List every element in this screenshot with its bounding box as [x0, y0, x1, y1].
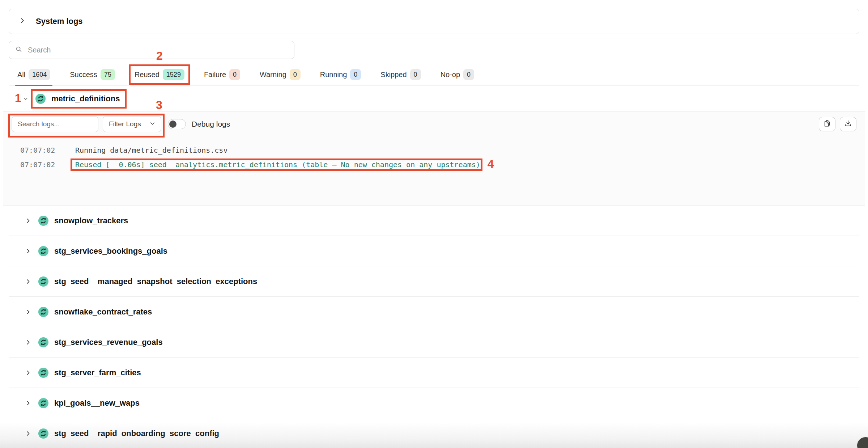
row-content: stg_services_revenue_goals: [38, 337, 163, 347]
row-label: stg_seed__managed_snapshot_selection_exc…: [54, 277, 257, 286]
download-icon: [844, 119, 852, 129]
row-metric-definitions[interactable]: metric_definitions: [9, 86, 859, 111]
tab-label: Skipped: [380, 69, 407, 80]
tab-success[interactable]: Success 75: [70, 69, 115, 80]
chevron-right-icon[interactable]: [25, 279, 31, 284]
chevron-right-icon[interactable]: [25, 309, 31, 315]
filter-logs-label: Filter Logs: [109, 120, 141, 128]
chevron-right-icon[interactable]: [25, 370, 31, 376]
chevron-right-icon[interactable]: [25, 218, 31, 224]
row-snowplow_trackers[interactable]: snowplow_trackers: [9, 206, 859, 236]
rows-list: snowplow_trackers stg_services_bookings_…: [9, 206, 859, 448]
reused-status-icon: [38, 368, 48, 378]
row-stg_seed__managed_snapshot_selection_exceptions[interactable]: stg_seed__managed_snapshot_selection_exc…: [9, 266, 859, 297]
search-input[interactable]: [28, 46, 288, 54]
tab-label: Failure: [204, 69, 226, 80]
tab-label: Running: [320, 69, 347, 80]
tab-no-op[interactable]: No-op 0: [441, 69, 475, 80]
row-content: stg_server_farm_cities: [38, 368, 141, 378]
log-output: 07:07:02 Running data/metric_definitions…: [3, 143, 865, 172]
row-label: kpi_goals__new_waps: [54, 398, 140, 408]
reused-status-icon: [38, 337, 48, 347]
log-toolbar-filters: Filter Logs: [12, 116, 161, 132]
tab-label: Reused: [135, 69, 159, 80]
chevron-down-icon[interactable]: [23, 96, 28, 101]
copy-logs-button[interactable]: [819, 117, 835, 131]
tab-reused[interactable]: Reused 1529: [135, 69, 184, 80]
tab-skipped[interactable]: Skipped 0: [380, 69, 421, 80]
chevron-right-icon[interactable]: [25, 400, 31, 406]
row-label: snowflake_contract_rates: [54, 307, 152, 317]
reused-status-icon: [38, 307, 48, 317]
tab-label: Warning: [260, 69, 286, 80]
tab-all[interactable]: All 1604: [17, 69, 50, 80]
chevron-right-icon[interactable]: [19, 17, 26, 25]
row-content: snowplow_trackers: [38, 216, 128, 226]
tab-label: Success: [70, 69, 97, 80]
row-label: stg_services_bookings_goals: [54, 246, 167, 256]
row-kpi_goals__new_waps[interactable]: kpi_goals__new_waps: [9, 388, 859, 418]
row-content: stg_services_bookings_goals: [38, 246, 167, 256]
chevron-right-icon[interactable]: [25, 339, 31, 345]
row-label: stg_server_farm_cities: [54, 368, 141, 377]
row-content: stg_seed__managed_snapshot_selection_exc…: [38, 276, 257, 287]
reused-status-icon: [35, 94, 46, 104]
log-toolbar: Filter Logs Debug logs: [3, 112, 865, 132]
tab-failure[interactable]: Failure 0: [204, 69, 240, 80]
download-logs-button[interactable]: [840, 117, 856, 131]
log-line: 07:07:02 Reused [ 0.06s] seed analytics.…: [20, 157, 865, 172]
tab-running[interactable]: Running 0: [320, 69, 361, 80]
status-tabs: All 1604 Success 75 Reused 1529 Failure …: [9, 65, 859, 86]
tab-label: All: [17, 69, 25, 80]
row-label: stg_seed__rapid_onboarding_score_config: [54, 429, 219, 438]
row-content: snowflake_contract_rates: [38, 307, 152, 317]
reused-status-icon: [38, 246, 48, 256]
reused-status-icon: [38, 216, 48, 226]
reused-status-icon: [38, 276, 48, 287]
chevron-right-icon[interactable]: [25, 431, 31, 436]
log-line: 07:07:02 Running data/metric_definitions…: [20, 143, 865, 157]
log-message-reused: Reused [ 0.06s] seed analytics.metric_de…: [75, 160, 480, 169]
row-stg_server_farm_cities[interactable]: stg_server_farm_cities: [9, 358, 859, 388]
row-snowflake_contract_rates[interactable]: snowflake_contract_rates: [9, 297, 859, 327]
tab-count-badge: 0: [463, 69, 474, 80]
row-content: stg_seed__rapid_onboarding_score_config: [38, 428, 219, 439]
row-label: stg_services_revenue_goals: [54, 338, 163, 347]
tab-count-badge: 0: [410, 69, 421, 80]
reused-status-icon: [38, 398, 48, 408]
tab-label: No-op: [441, 69, 460, 80]
row-label: snowplow_trackers: [54, 216, 128, 225]
chevron-right-icon[interactable]: [25, 248, 31, 254]
log-timestamp: 07:07:02: [20, 160, 75, 169]
toggle-knob: [169, 121, 176, 128]
search-icon: [15, 45, 23, 55]
tab-count-badge: 1604: [29, 69, 50, 80]
page-title: System logs: [36, 17, 83, 26]
log-timestamp: 07:07:02: [20, 146, 75, 155]
tab-count-badge: 0: [290, 69, 301, 80]
tab-count-badge: 0: [350, 69, 361, 80]
row-stg_services_revenue_goals[interactable]: stg_services_revenue_goals: [9, 327, 859, 358]
row-stg_services_bookings_goals[interactable]: stg_services_bookings_goals: [9, 236, 859, 266]
expanded-row-content: metric_definitions: [35, 94, 120, 104]
reused-status-icon: [38, 428, 48, 439]
log-message-info: Running data/metric_definitions.csv: [75, 146, 227, 155]
search-box[interactable]: [9, 41, 294, 59]
chevron-down-icon: [150, 120, 155, 128]
copy-icon: [823, 119, 831, 129]
search-logs-input[interactable]: [12, 116, 98, 132]
row-content: kpi_goals__new_waps: [38, 398, 140, 408]
tab-count-badge: 75: [101, 69, 115, 80]
debug-logs-label: Debug logs: [192, 120, 230, 128]
tab-count-badge: 0: [229, 69, 240, 80]
tab-count-badge: 1529: [163, 69, 184, 80]
log-panel: Filter Logs Debug logs: [3, 111, 865, 206]
tab-warning[interactable]: Warning 0: [260, 69, 301, 80]
row-label: metric_definitions: [51, 94, 120, 103]
row-stg_seed__rapid_onboarding_score_config[interactable]: stg_seed__rapid_onboarding_score_config: [9, 418, 859, 448]
debug-logs-toggle[interactable]: [168, 119, 186, 129]
system-logs-header[interactable]: System logs: [9, 9, 859, 34]
filter-logs-dropdown[interactable]: Filter Logs: [103, 116, 161, 132]
